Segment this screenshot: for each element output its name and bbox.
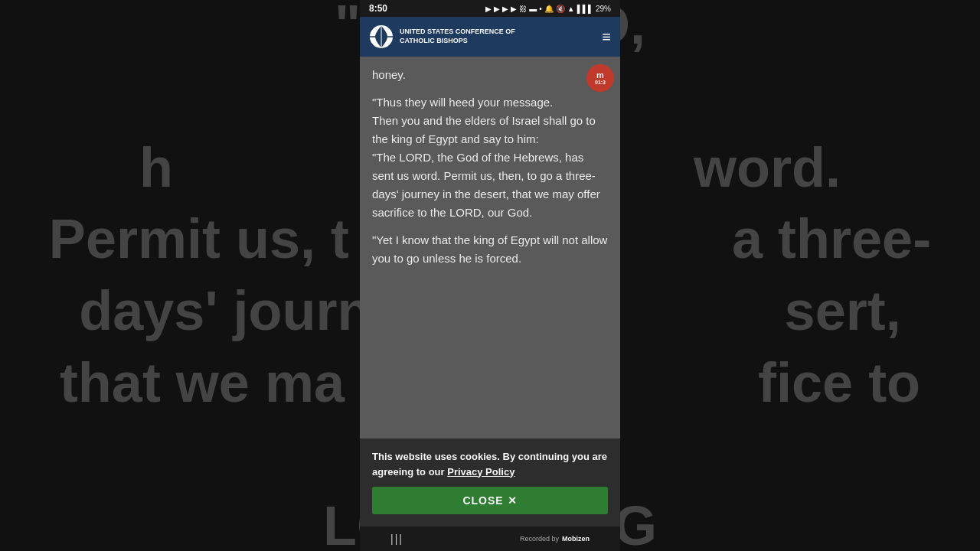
hamburger-menu-button[interactable]: ≡ [602,28,611,46]
bottom-nav: ||| Recorded by Mobizen [360,527,620,551]
wifi-icon: ▲ [567,5,575,13]
alarm-icon: 🔔 [544,5,554,13]
youtube-icon3: ▶ [502,5,508,13]
cookie-message: This website uses cookies. By continuing… [372,449,608,479]
scripture-paragraph-2: "Thus they will heed your message. Then … [372,93,608,222]
record-icon: m 01:3 [595,70,606,86]
recorded-badge: Recorded by Mobizen [520,535,590,543]
youtube-icon4: ▶ [511,5,517,13]
record-button[interactable]: m 01:3 [586,64,614,92]
youtube-icon: ▶ [485,5,492,13]
link-icon: ⛓ [519,5,527,13]
header-logo: UNITED STATES CONFERENCE OF CATHOLIC BIS… [369,24,515,49]
youtube-icon2: ▶ [494,5,500,13]
privacy-policy-link[interactable]: Privacy Policy [447,466,514,478]
mobizen-brand: Mobizen [562,535,590,543]
scripture-paragraph-1: honey. [372,66,608,84]
app-header: UNITED STATES CONFERENCE OF CATHOLIC BIS… [360,17,620,57]
status-time: 8:50 [369,3,387,14]
scripture-text: honey. "Thus they will heed your message… [372,66,608,268]
status-icons: ▶ ▶ ▶ ▶ ⛓ ▬ • 🔔 🔇 ▲ ▌▌▌ 29% [485,5,611,13]
mute-icon: 🔇 [556,5,565,13]
cookie-banner: This website uses cookies. By continuing… [360,439,620,527]
scripture-paragraph-3: "Yet I know that the king of Egypt will … [372,231,608,268]
status-bar: 8:50 ▶ ▶ ▶ ▶ ⛓ ▬ • 🔔 🔇 ▲ ▌▌▌ 29% [360,0,620,17]
signal-icon: ▌▌▌ [577,5,593,13]
cookie-close-button[interactable]: CLOSE ✕ [372,487,608,514]
dot-icon: • [539,5,542,13]
recorded-by-text: Recorded by [520,535,559,543]
usccb-logo-icon [369,24,394,49]
phone-frame: 8:50 ▶ ▶ ▶ ▶ ⛓ ▬ • 🔔 🔇 ▲ ▌▌▌ 29% [360,0,620,551]
header-title: UNITED STATES CONFERENCE OF CATHOLIC BIS… [400,28,515,45]
content-area: m 01:3 honey. "Thus they will heed your … [360,57,620,439]
message-icon: ▬ [529,5,537,13]
battery-text: 29% [596,5,611,13]
nav-lines-icon: ||| [390,533,403,545]
